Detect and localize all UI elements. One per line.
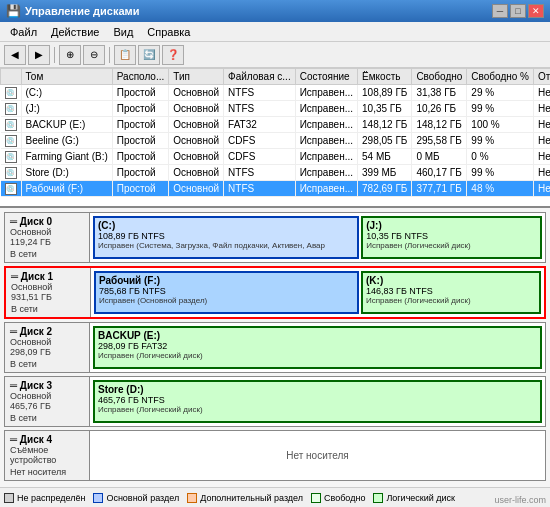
- partition-size: 785,68 ГБ NTFS: [99, 286, 354, 296]
- partition-container: Нет носителя: [90, 431, 545, 480]
- row-free-pct: 48 %: [467, 181, 534, 197]
- partition[interactable]: (J:) 10,35 ГБ NTFS Исправен (Логический …: [361, 216, 542, 259]
- row-fs: NTFS: [224, 101, 296, 117]
- disk-size: 119,24 ГБ: [10, 237, 84, 247]
- legend-label: Логический диск: [386, 493, 455, 503]
- partition-size: 298,09 ГБ FAT32: [98, 341, 537, 351]
- table-row[interactable]: 💿 BACKUP (E:) Простой Основной FAT32 Исп…: [1, 117, 551, 133]
- disk-graphical-area: ═ Диск 0 Основной 119,24 ГБ В сети (C:) …: [0, 208, 550, 487]
- remove-button[interactable]: ⊖: [83, 45, 105, 65]
- add-button[interactable]: ⊕: [59, 45, 81, 65]
- row-free: 460,17 ГБ: [412, 165, 467, 181]
- partition-container: Store (D:) 465,76 ГБ NTFS Исправен (Логи…: [90, 377, 545, 426]
- row-fault: Нет: [534, 149, 550, 165]
- partition[interactable]: Рабочий (F:) 785,68 ГБ NTFS Исправен (Ос…: [94, 271, 359, 314]
- row-type: Основной: [169, 117, 224, 133]
- minimize-button[interactable]: ─: [492, 4, 508, 18]
- disk-id: ═ Диск 3: [10, 380, 84, 391]
- disk-table-area: Том Располо... Тип Файловая с... Состоян…: [0, 68, 550, 208]
- row-free-pct: 0 %: [467, 149, 534, 165]
- table-row[interactable]: 💿 (C:) Простой Основной NTFS Исправен...…: [1, 85, 551, 101]
- partition-status: Исправен (Логический диск): [98, 351, 537, 360]
- forward-button[interactable]: ▶: [28, 45, 50, 65]
- toolbar: ◀ ▶ ⊕ ⊖ 📋 🔄 ❓: [0, 42, 550, 68]
- col-fs: Файловая с...: [224, 69, 296, 85]
- partition-name: (J:): [366, 220, 537, 231]
- legend-label: Не распределён: [17, 493, 85, 503]
- window-controls: ─ □ ✕: [492, 4, 544, 18]
- partition[interactable]: Store (D:) 465,76 ГБ NTFS Исправен (Логи…: [93, 380, 542, 423]
- partition-size: 108,89 ГБ NTFS: [98, 231, 354, 241]
- legend-item: Дополнительный раздел: [187, 493, 303, 503]
- disk-size: 931,51 ГБ: [11, 292, 85, 302]
- row-fs: CDFS: [224, 133, 296, 149]
- table-row[interactable]: 💿 Store (D:) Простой Основной NTFS Испра…: [1, 165, 551, 181]
- table-row[interactable]: 💿 Beeline (G:) Простой Основной CDFS Исп…: [1, 133, 551, 149]
- row-icon: 💿: [1, 85, 22, 101]
- row-type: Основной: [169, 149, 224, 165]
- row-status: Исправен...: [295, 165, 357, 181]
- row-fs: CDFS: [224, 149, 296, 165]
- row-fault: Нет: [534, 165, 550, 181]
- legend-color-box: [311, 493, 321, 503]
- legend-item: Не распределён: [4, 493, 85, 503]
- watermark: user-life.com: [494, 495, 546, 505]
- row-free: 295,58 ГБ: [412, 133, 467, 149]
- disk-id: ═ Диск 0: [10, 216, 84, 227]
- properties-button[interactable]: 📋: [114, 45, 136, 65]
- table-body: 💿 (C:) Простой Основной NTFS Исправен...…: [1, 85, 551, 197]
- disk-online: В сети: [10, 249, 84, 259]
- partition-container: Рабочий (F:) 785,68 ГБ NTFS Исправен (Ос…: [91, 268, 544, 317]
- disk-online: Нет носителя: [10, 467, 84, 477]
- disk-row: ═ Диск 2 Основной 298,09 ГБ В сети BACKU…: [4, 322, 546, 373]
- row-fault: Нет: [534, 133, 550, 149]
- menu-file[interactable]: Файл: [4, 24, 43, 40]
- partition[interactable]: BACKUP (E:) 298,09 ГБ FAT32 Исправен (Ло…: [93, 326, 542, 369]
- partition[interactable]: (C:) 108,89 ГБ NTFS Исправен (Система, З…: [93, 216, 359, 259]
- title-bar: 💾 Управление дисками ─ □ ✕: [0, 0, 550, 22]
- legend-label: Основной раздел: [106, 493, 179, 503]
- table-row[interactable]: 💿 (J:) Простой Основной NTFS Исправен...…: [1, 101, 551, 117]
- disk-size: 465,76 ГБ: [10, 401, 84, 411]
- row-layout: Простой: [112, 149, 169, 165]
- row-fault: Нет: [534, 101, 550, 117]
- row-free: 0 МБ: [412, 149, 467, 165]
- table-row[interactable]: 💿 Рабочий (F:) Простой Основной NTFS Исп…: [1, 181, 551, 197]
- row-capacity: 399 МБ: [358, 165, 412, 181]
- row-type: Основной: [169, 133, 224, 149]
- table-row[interactable]: 💿 Farming Giant (B:) Простой Основной CD…: [1, 149, 551, 165]
- row-capacity: 782,69 ГБ: [358, 181, 412, 197]
- disk-label: ═ Диск 1 Основной 931,51 ГБ В сети: [6, 268, 91, 317]
- maximize-button[interactable]: □: [510, 4, 526, 18]
- disk-row: ═ Диск 4 Съёмное устройство Нет носителя…: [4, 430, 546, 481]
- help-button[interactable]: ❓: [162, 45, 184, 65]
- row-type: Основной: [169, 181, 224, 197]
- legend-item: Основной раздел: [93, 493, 179, 503]
- partition-name: (K:): [366, 275, 536, 286]
- col-status: Состояние: [295, 69, 357, 85]
- col-type: Тип: [169, 69, 224, 85]
- row-capacity: 148,12 ГБ: [358, 117, 412, 133]
- back-button[interactable]: ◀: [4, 45, 26, 65]
- refresh-button[interactable]: 🔄: [138, 45, 160, 65]
- disk-row: ═ Диск 3 Основной 465,76 ГБ В сети Store…: [4, 376, 546, 427]
- partition[interactable]: (K:) 146,83 ГБ NTFS Исправен (Логический…: [361, 271, 541, 314]
- menu-action[interactable]: Действие: [45, 24, 105, 40]
- row-layout: Простой: [112, 181, 169, 197]
- menu-bar: Файл Действие Вид Справка: [0, 22, 550, 42]
- partition-status: Исправен (Логический диск): [366, 241, 537, 250]
- disk-online: В сети: [10, 413, 84, 423]
- menu-view[interactable]: Вид: [107, 24, 139, 40]
- menu-help[interactable]: Справка: [141, 24, 196, 40]
- row-layout: Простой: [112, 133, 169, 149]
- row-name: (C:): [21, 85, 112, 101]
- row-type: Основной: [169, 101, 224, 117]
- row-free-pct: 99 %: [467, 101, 534, 117]
- row-status: Исправен...: [295, 133, 357, 149]
- close-button[interactable]: ✕: [528, 4, 544, 18]
- row-free-pct: 99 %: [467, 133, 534, 149]
- row-name: Рабочий (F:): [21, 181, 112, 197]
- row-icon: 💿: [1, 181, 22, 197]
- row-fs: FAT32: [224, 117, 296, 133]
- row-icon: 💿: [1, 117, 22, 133]
